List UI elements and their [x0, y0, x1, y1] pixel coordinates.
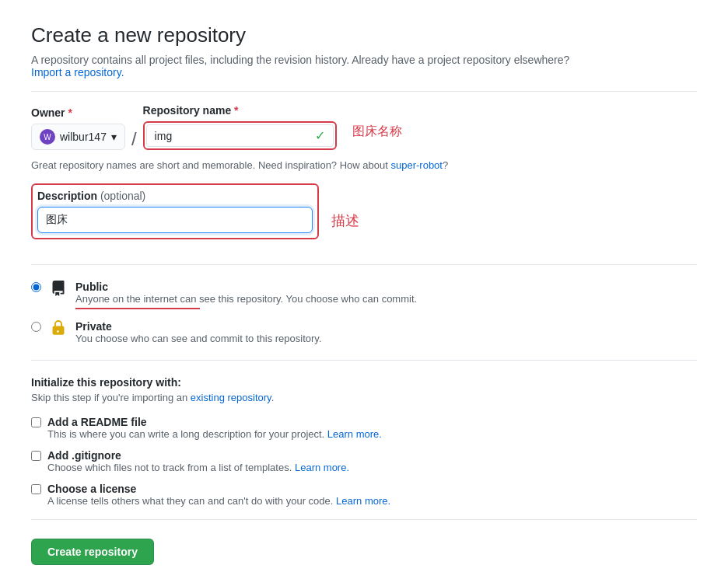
gitignore-option: Add .gitignore Choose which files not to… — [31, 449, 697, 473]
owner-field: Owner * W wilbur147 ▾ — [31, 106, 125, 150]
owner-required: * — [68, 106, 72, 119]
repo-name-inner: ✓ — [146, 124, 334, 147]
repo-name-label: Repository name * — [143, 104, 337, 117]
init-title: Initialize this repository with: — [31, 376, 697, 389]
owner-selector[interactable]: W wilbur147 ▾ — [31, 124, 125, 150]
visibility-section: Public Anyone on the internet can see th… — [31, 277, 697, 347]
readme-checkbox[interactable] — [31, 417, 41, 427]
slash-separator: / — [131, 130, 137, 148]
readme-description: This is where you can write a long descr… — [47, 428, 382, 440]
repo-name-wrapper: ✓ — [143, 121, 337, 150]
page-subtitle: A repository contains all project files,… — [31, 54, 697, 78]
book-icon — [51, 281, 66, 300]
owner-username: wilbur147 — [60, 131, 107, 143]
divider-bottom — [31, 519, 697, 520]
repo-name-required: * — [234, 104, 238, 117]
public-description: Anyone on the internet can see this repo… — [75, 293, 417, 305]
license-learn-more[interactable]: Learn more. — [336, 495, 390, 507]
initialize-section: Initialize this repository with: Skip th… — [31, 376, 697, 507]
owner-label: Owner * — [31, 106, 125, 119]
gitignore-description: Choose which files not to track from a l… — [47, 462, 349, 473]
readme-learn-more[interactable]: Learn more. — [327, 428, 382, 440]
lock-icon — [51, 320, 66, 340]
repo-name-field: Repository name * ✓ — [143, 104, 337, 150]
license-option: Choose a license A license tells others … — [31, 483, 697, 507]
existing-repo-link[interactable]: existing repository — [191, 392, 271, 403]
public-content: Public Anyone on the internet can see th… — [75, 281, 417, 305]
public-label: Public — [75, 281, 417, 293]
description-wrapper: Description (optional) — [31, 183, 319, 239]
create-repository-button[interactable]: Create repository — [31, 539, 154, 565]
description-label: Description (optional) — [37, 190, 313, 202]
private-label: Private — [75, 320, 322, 333]
repo-hint: Great repository names are short and mem… — [31, 159, 697, 171]
init-skip: Skip this step if you're importing an ex… — [31, 392, 697, 403]
import-link[interactable]: Import a repository. — [31, 66, 124, 78]
page-title: Create a new repository — [31, 23, 697, 47]
readme-content: Add a README file This is where you can … — [47, 416, 382, 440]
public-radio[interactable] — [31, 282, 41, 292]
license-checkbox[interactable] — [31, 484, 41, 494]
check-icon: ✓ — [315, 128, 325, 143]
divider-visibility — [31, 264, 697, 265]
chevron-down-icon: ▾ — [111, 131, 117, 143]
private-description: You choose who can see and commit to thi… — [75, 333, 322, 344]
public-option: Public Anyone on the internet can see th… — [31, 277, 697, 308]
private-content: Private You choose who can see and commi… — [75, 320, 322, 344]
repo-name-annotation: 图床名称 — [352, 124, 402, 140]
license-label: Choose a license — [47, 483, 390, 495]
divider-init — [31, 360, 697, 361]
gitignore-learn-more[interactable]: Learn more. — [295, 462, 349, 473]
repo-name-input[interactable] — [155, 130, 310, 142]
private-option: Private You choose who can see and commi… — [31, 317, 697, 347]
gitignore-checkbox[interactable] — [31, 451, 41, 461]
private-radio[interactable] — [31, 322, 41, 332]
gitignore-label: Add .gitignore — [47, 449, 349, 462]
owner-avatar: W — [40, 129, 55, 145]
readme-option: Add a README file This is where you can … — [31, 416, 697, 440]
license-content: Choose a license A license tells others … — [47, 483, 390, 507]
divider-top — [31, 91, 697, 92]
suggestion-link[interactable]: super-robot — [390, 159, 442, 171]
license-description: A license tells others what they can and… — [47, 495, 390, 507]
description-annotation: 描述 — [331, 211, 359, 230]
description-input[interactable] — [37, 207, 313, 233]
readme-label: Add a README file — [47, 416, 382, 428]
gitignore-content: Add .gitignore Choose which files not to… — [47, 449, 349, 473]
